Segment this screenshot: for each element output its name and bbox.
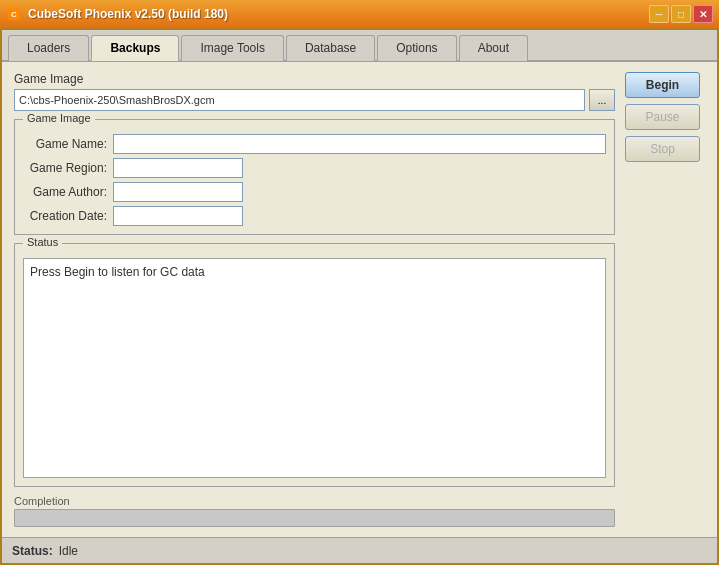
app-icon: C: [6, 6, 22, 22]
completion-section: Completion: [14, 495, 615, 527]
window-title: CubeSoft Phoenix v2.50 (build 180): [28, 7, 649, 21]
tab-database[interactable]: Database: [286, 35, 375, 61]
game-image-top-label: Game Image: [14, 72, 615, 86]
creation-date-input[interactable]: [113, 206, 243, 226]
status-group: Status Press Begin to listen for GC data: [14, 243, 615, 487]
game-image-section-top: Game Image ...: [14, 72, 615, 111]
game-name-label: Game Name:: [23, 137, 113, 151]
svg-text:C: C: [11, 10, 17, 19]
status-bar: Status: Idle: [2, 537, 717, 563]
browse-button[interactable]: ...: [589, 89, 615, 111]
main-window: Loaders Backups Image Tools Database Opt…: [0, 28, 719, 565]
stop-button[interactable]: Stop: [625, 136, 700, 162]
tab-loaders[interactable]: Loaders: [8, 35, 89, 61]
game-image-info-group: Game Image Game Name: Game Region: Game …: [14, 119, 615, 235]
left-panel: Game Image ... Game Image Game Name: Gam…: [14, 72, 615, 527]
progress-bar-container: [14, 509, 615, 527]
status-bar-label: Status:: [12, 544, 53, 558]
status-output: Press Begin to listen for GC data: [23, 258, 606, 478]
window-controls: ─ □ ✕: [649, 5, 713, 23]
status-group-label: Status: [23, 236, 62, 248]
game-info-form: Game Name: Game Region: Game Author: Cre…: [23, 134, 606, 226]
tab-about[interactable]: About: [459, 35, 528, 61]
maximize-button[interactable]: □: [671, 5, 691, 23]
minimize-button[interactable]: ─: [649, 5, 669, 23]
title-bar: C CubeSoft Phoenix v2.50 (build 180) ─ □…: [0, 0, 719, 28]
right-panel: Begin Pause Stop: [625, 72, 705, 527]
game-region-input[interactable]: [113, 158, 243, 178]
tab-options[interactable]: Options: [377, 35, 456, 61]
creation-date-label: Creation Date:: [23, 209, 113, 223]
game-region-label: Game Region:: [23, 161, 113, 175]
status-bar-value: Idle: [59, 544, 78, 558]
status-message: Press Begin to listen for GC data: [30, 265, 205, 279]
begin-button[interactable]: Begin: [625, 72, 700, 98]
file-path-input[interactable]: [14, 89, 585, 111]
completion-label: Completion: [14, 495, 615, 507]
game-image-info-label: Game Image: [23, 112, 95, 124]
content-area: Game Image ... Game Image Game Name: Gam…: [2, 62, 717, 537]
game-name-input[interactable]: [113, 134, 606, 154]
tab-image-tools[interactable]: Image Tools: [181, 35, 283, 61]
close-button[interactable]: ✕: [693, 5, 713, 23]
tab-bar: Loaders Backups Image Tools Database Opt…: [2, 30, 717, 62]
game-author-label: Game Author:: [23, 185, 113, 199]
game-author-input[interactable]: [113, 182, 243, 202]
pause-button[interactable]: Pause: [625, 104, 700, 130]
file-row: ...: [14, 89, 615, 111]
tab-backups[interactable]: Backups: [91, 35, 179, 61]
